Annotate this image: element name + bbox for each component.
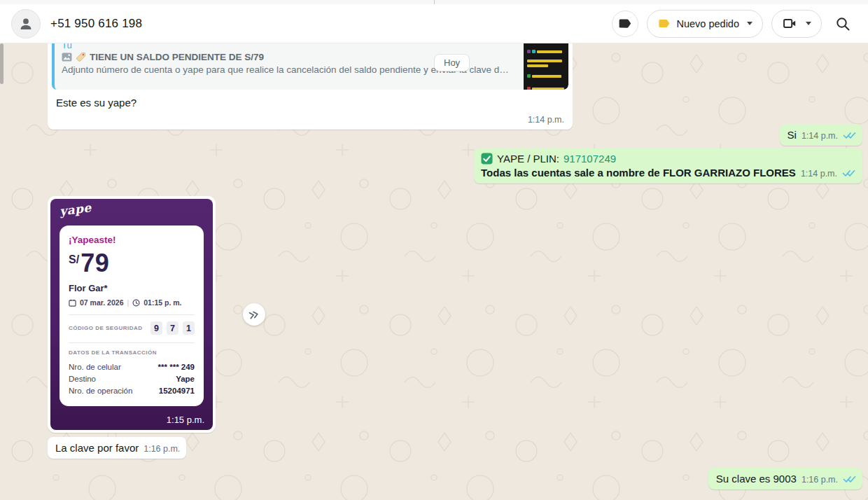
security-code-row: CÓDIGO DE SEGURIDAD 9 7 1 [69,321,195,335]
amount-value: 79 [80,251,109,275]
message-text: Este es su yape? [56,97,568,109]
tag-status-icon [657,17,671,30]
quote-attachment-thumbnail[interactable] [524,43,568,90]
separator: | [127,298,129,307]
security-digit: 1 [183,321,195,335]
message-text: La clave por favor [55,442,139,454]
yape-plin-label: YAPE / PLIN: [497,153,559,165]
tag-filter-icon [617,16,632,31]
security-digit: 9 [150,321,162,335]
chevron-down-icon [806,22,811,25]
calendar-icon [69,299,76,307]
phone-number-link[interactable]: 917107249 [564,153,616,165]
tag-filter-button[interactable] [612,11,638,37]
message-outgoing-yape-info[interactable]: YAPE / PLIN: 917107249 Todas las cuentas… [474,148,862,183]
search-icon [834,15,851,32]
message-time: 1:16 p.m. [144,444,180,454]
panel-divider [434,0,435,4]
clock-icon [132,299,140,307]
receipt-date: 07 mar. 2026 [80,298,123,307]
quoted-message[interactable]: Tu TIENE UN SALDO PENDIENTE DE S/79 Adju… [52,43,568,90]
yape-logo: yape [59,200,92,218]
video-call-icon [782,15,798,32]
forward-message-button[interactable] [243,303,265,326]
message-time: 1:14 p.m. [528,115,564,125]
message-outgoing-si[interactable]: Si 1:14 p.m. [780,124,862,146]
whatsapp-chat-window: +51 950 616 198 Nuevo pedido [0,0,868,500]
check-mark-emoji-icon [481,153,493,165]
chat-header: +51 950 616 198 Nuevo pedido [0,4,868,43]
security-code-label: CÓDIGO DE SEGURIDAD [69,325,143,331]
avatar-person-icon [18,15,34,32]
contact-avatar[interactable] [11,9,41,39]
window-top-strip [0,0,868,4]
account-holder-text: Todas las cuentas sale a nombre de FLOR … [481,167,796,179]
message-incoming-quoted[interactable]: Tu TIENE UN SALDO PENDIENTE DE S/79 Adju… [48,43,573,130]
security-code-digits: 9 7 1 [150,321,195,335]
contact-phone-title: +51 950 616 198 [50,17,142,31]
transaction-rows: Nro. de celular *** *** 249 Destino Yape… [69,361,195,397]
order-status-button[interactable]: Nuevo pedido [647,10,764,38]
label-tag-emoji-icon [76,52,86,62]
message-time: 1:15 p.m. [167,415,204,425]
chevron-down-icon [747,22,752,25]
yape-receipt-image[interactable]: yape ¡Yapeaste! S/ 79 Flor Gar* [50,199,213,430]
search-button[interactable] [830,11,855,36]
currency-symbol: S/ [69,254,79,266]
row-value: *** *** 249 [158,361,195,373]
read-ticks-icon [843,475,856,483]
row-label: Nro. de celular [69,361,121,373]
quote-sender-label: Tu [62,43,514,50]
quote-title: TIENE UN SALDO PENDIENTE DE S/79 [90,52,264,62]
receipt-amount: S/ 79 [69,251,195,275]
message-incoming-receipt-image[interactable]: yape ¡Yapeaste! S/ 79 Flor Gar* [48,196,216,433]
transaction-row: Destino Yape [69,373,195,385]
receipt-card: ¡Yapeaste! S/ 79 Flor Gar* 07 mar. 2026 [59,225,204,406]
forward-arrows-icon [248,310,260,320]
transaction-data-label: DATOS DE LA TRANSACCIÓN [69,349,195,356]
message-incoming-clave[interactable]: La clave por favor 1:16 p.m. [48,437,186,459]
receipt-time: 01:15 p. m. [144,298,181,307]
message-outgoing-clave[interactable]: Su clave es 9003 1:16 p.m. [708,468,862,489]
message-text: Su clave es 9003 [716,473,797,485]
row-value: Yape [176,373,195,385]
security-digit: 7 [167,321,178,335]
header-actions: Nuevo pedido [612,10,856,38]
read-ticks-icon [842,169,855,177]
chat-scrollbar-thumb[interactable] [0,43,4,84]
row-value: 15204971 [159,385,195,397]
transaction-row: Nro. de operación 15204971 [69,385,195,397]
message-time: 1:16 p.m. [802,475,838,485]
receipt-heading: ¡Yapeaste! [69,235,195,245]
row-label: Nro. de operación [69,385,132,397]
video-call-button[interactable] [771,10,822,38]
receipt-datetime: 07 mar. 2026 | 01:15 p. m. [69,298,195,307]
row-label: Destino [69,373,96,385]
transaction-row: Nro. de celular *** *** 249 [69,361,195,373]
payee-name: Flor Gar* [69,283,195,293]
photo-icon [62,53,72,62]
order-status-label: Nuevo pedido [677,18,740,29]
read-ticks-icon [843,131,856,139]
date-badge: Hoy [434,54,470,71]
chat-message-area: Hoy Tu TIENE UN SALDO PENDIENTE DE S/79 [0,43,868,500]
message-text: Si [788,129,797,141]
message-time: 1:14 p.m. [801,169,837,179]
message-time: 1:14 p.m. [802,131,838,141]
